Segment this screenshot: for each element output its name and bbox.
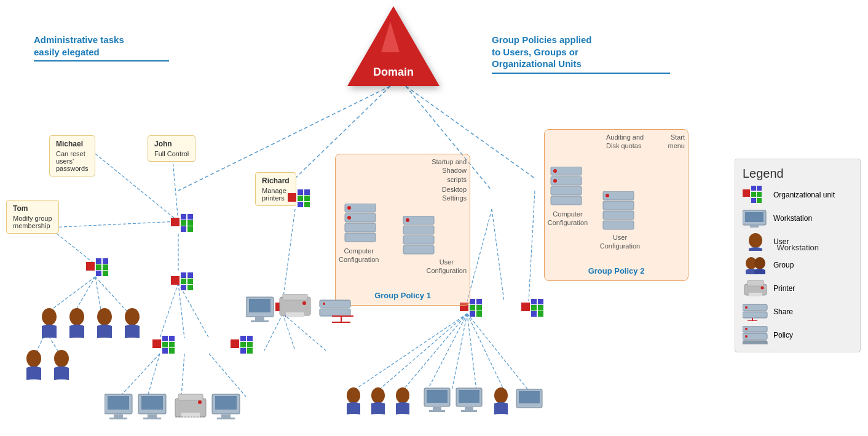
svg-rect-55: [187, 279, 193, 284]
svg-rect-103: [345, 233, 376, 242]
legend-printer-icon: [743, 279, 768, 298]
svg-rect-57: [187, 285, 193, 290]
svg-line-19: [148, 354, 160, 397]
svg-line-4: [95, 154, 178, 221]
legend-workstation-icon: [743, 209, 768, 228]
svg-rect-56: [181, 285, 186, 290]
svg-point-200: [745, 335, 748, 338]
gp2-start-menu-label: Startmenu: [668, 133, 685, 151]
svg-rect-147: [255, 317, 264, 320]
svg-rect-154: [320, 309, 350, 316]
legend-box: Legend Organizational unit Worksta: [735, 159, 861, 352]
legend-item-printer: Printer: [743, 279, 853, 298]
svg-rect-67: [247, 336, 253, 341]
svg-rect-167: [459, 390, 479, 403]
svg-rect-89: [531, 305, 537, 311]
svg-point-105: [347, 216, 351, 220]
svg-point-155: [323, 303, 325, 305]
svg-rect-148: [251, 320, 269, 322]
svg-rect-109: [403, 245, 434, 254]
svg-line-30: [403, 314, 467, 390]
svg-rect-65: [231, 339, 239, 348]
svg-rect-71: [247, 348, 253, 354]
svg-rect-163: [427, 390, 448, 403]
svg-rect-165: [429, 410, 445, 412]
left-section-title: Administrative taskseasily elegated: [34, 34, 169, 61]
legend-item-policy: Policy: [743, 326, 853, 344]
svg-rect-51: [171, 276, 180, 285]
svg-point-184: [749, 233, 762, 248]
users-bottom-left: [22, 349, 77, 386]
svg-line-21: [209, 354, 246, 397]
svg-rect-64: [169, 348, 175, 354]
svg-rect-82: [470, 305, 475, 311]
svg-point-139: [198, 400, 202, 404]
svg-rect-48: [187, 220, 193, 226]
svg-rect-172: [519, 391, 540, 403]
ou-icon-8: [521, 299, 548, 320]
svg-rect-142: [215, 396, 237, 410]
svg-rect-94: [298, 189, 303, 195]
svg-rect-176: [751, 192, 756, 197]
svg-rect-102: [345, 223, 376, 232]
svg-point-159: [347, 387, 360, 403]
svg-rect-198: [743, 341, 767, 344]
svg-line-7: [49, 221, 178, 228]
svg-rect-114: [551, 196, 582, 205]
legend-item-group: Group: [743, 256, 853, 274]
svg-rect-39: [103, 258, 108, 264]
legend-share-icon: [743, 303, 768, 321]
svg-point-190: [761, 287, 764, 290]
ou-icon-5: [231, 336, 258, 357]
svg-rect-88: [538, 299, 543, 304]
john-box: John Full Control: [148, 135, 195, 162]
svg-rect-135: [143, 418, 161, 419]
gp1-user-config-icon: [400, 216, 437, 259]
michael-box: Michael Can resetusers'passwords: [49, 135, 95, 176]
svg-rect-54: [181, 279, 186, 284]
legend-item-workstation: Workstation: [743, 209, 853, 228]
legend-user-icon: [743, 232, 768, 251]
svg-rect-169: [461, 410, 477, 412]
svg-rect-37: [86, 262, 95, 271]
svg-point-161: [396, 387, 409, 403]
legend-group-label: Group: [773, 261, 794, 269]
svg-point-104: [347, 206, 351, 210]
svg-point-125: [125, 308, 140, 325]
svg-rect-96: [298, 196, 303, 201]
svg-rect-113: [551, 186, 582, 195]
tom-desc: Modify groupmembership: [13, 215, 52, 229]
john-name: John: [154, 140, 189, 148]
gp1-uc-label: UserConfiguration: [427, 258, 467, 275]
svg-rect-63: [162, 348, 168, 354]
svg-rect-129: [108, 396, 129, 410]
svg-line-35: [467, 314, 529, 390]
svg-rect-177: [757, 192, 762, 197]
svg-rect-93: [288, 193, 296, 202]
svg-point-115: [553, 169, 557, 173]
svg-rect-133: [141, 396, 163, 410]
svg-rect-62: [169, 342, 175, 347]
gp2-box: Auditing andDisk quotas Startmenu Comput…: [544, 129, 688, 281]
svg-rect-118: [603, 201, 634, 210]
legend-workstation-label: Workstation: [773, 214, 812, 223]
svg-rect-47: [181, 220, 186, 226]
svg-rect-146: [249, 299, 270, 312]
svg-rect-41: [103, 264, 108, 270]
printer-share-row: [246, 294, 369, 331]
svg-line-31: [427, 314, 467, 390]
svg-rect-86: [521, 303, 530, 311]
diagram-container: Domain Administrative taskseasily elegat…: [0, 0, 868, 436]
svg-rect-59: [162, 336, 168, 341]
svg-rect-95: [304, 189, 310, 195]
legend-item-ou: Organizational unit: [743, 186, 853, 204]
svg-rect-164: [433, 407, 441, 410]
svg-point-199: [745, 328, 748, 330]
gp1-computer-config-icon: [342, 204, 379, 247]
svg-rect-98: [298, 202, 303, 207]
svg-rect-85: [476, 311, 482, 317]
gp1-startup-label: Startup andShadowscripts: [432, 157, 467, 184]
svg-point-123: [69, 308, 84, 325]
svg-rect-144: [217, 418, 235, 419]
svg-rect-60: [169, 336, 175, 341]
